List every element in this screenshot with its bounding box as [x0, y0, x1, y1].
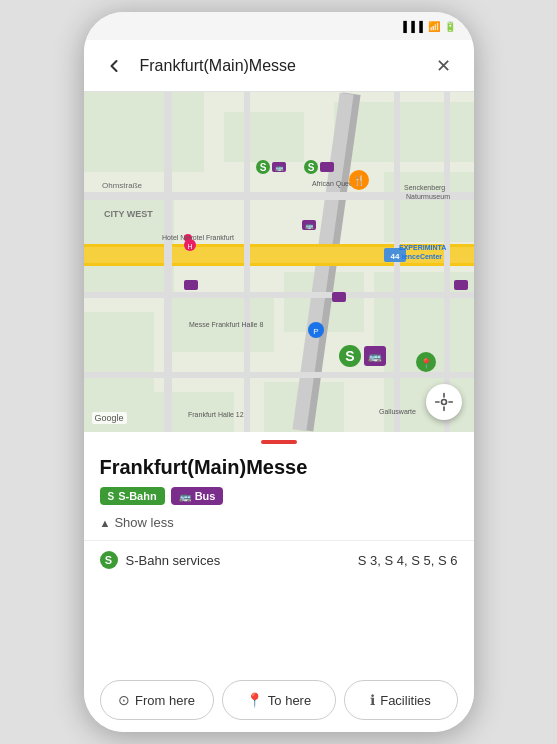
google-logo: Google	[92, 412, 127, 424]
phone-frame: ▐▐▐ 📶 🔋 Frankfurt(Main)Messe ✕	[84, 12, 474, 732]
show-less-label: Show less	[114, 515, 173, 530]
svg-text:S: S	[345, 348, 354, 364]
svg-point-87	[441, 400, 446, 405]
header-title: Frankfurt(Main)Messe	[132, 57, 426, 75]
svg-text:🍴: 🍴	[353, 174, 366, 187]
s-bahn-icon: S	[108, 491, 115, 502]
svg-rect-2	[224, 112, 304, 162]
from-here-button[interactable]: ⊙ From here	[100, 680, 214, 720]
facilities-button[interactable]: ℹ Facilities	[344, 680, 458, 720]
svg-rect-1	[84, 92, 204, 172]
svg-text:Frankfurt Halle 12: Frankfurt Halle 12	[188, 411, 244, 418]
service-left: S S-Bahn services	[100, 551, 221, 569]
from-here-icon: ⊙	[118, 692, 130, 708]
svg-text:Messe Frankfurt Halle 8: Messe Frankfurt Halle 8	[189, 321, 263, 328]
bottom-sheet: Frankfurt(Main)Messe S S-Bahn 🚌 Bus ▲ Sh…	[84, 432, 474, 732]
to-here-label: To here	[268, 693, 311, 708]
svg-rect-65	[332, 292, 346, 302]
back-button[interactable]	[96, 48, 132, 84]
svg-rect-19	[84, 372, 474, 378]
s-service-icon: S	[100, 551, 118, 569]
svg-rect-6	[84, 312, 154, 392]
chevron-up-icon: ▲	[100, 517, 111, 529]
svg-text:🚌: 🚌	[274, 163, 283, 172]
svg-text:Ohmstraße: Ohmstraße	[102, 181, 143, 190]
service-row: S S-Bahn services S 3, S 4, S 5, S 6	[100, 541, 458, 579]
location-button[interactable]	[426, 384, 462, 420]
svg-text:EXPERIMINTA: EXPERIMINTA	[399, 244, 446, 251]
close-button[interactable]: ✕	[426, 48, 462, 84]
transport-badges: S S-Bahn 🚌 Bus	[100, 487, 458, 505]
show-less-button[interactable]: ▲ Show less	[100, 515, 458, 530]
svg-text:Naturmuseum: Naturmuseum	[406, 193, 450, 200]
svg-text:📍: 📍	[420, 357, 433, 370]
svg-text:Hotel Novotel Frankfurt: Hotel Novotel Frankfurt	[162, 234, 234, 241]
svg-rect-61	[320, 162, 334, 172]
svg-text:Senckenberg: Senckenberg	[404, 184, 445, 192]
svg-text:ienceCenter: ienceCenter	[402, 253, 442, 260]
svg-rect-18	[84, 292, 474, 298]
facilities-icon: ℹ	[370, 692, 375, 708]
svg-text:P: P	[313, 327, 318, 336]
status-signal: ▐▐▐ 📶 🔋	[400, 21, 458, 32]
handle-bar	[261, 440, 297, 444]
service-lines: S 3, S 4, S 5, S 6	[358, 553, 458, 568]
svg-text:S: S	[307, 162, 314, 173]
badge-s-bahn: S S-Bahn	[100, 487, 165, 505]
sheet-handle	[84, 432, 474, 448]
map-area[interactable]: 44 Ohmstraße CITY WEST Hotel Novotel Fra…	[84, 92, 474, 432]
badge-bus: 🚌 Bus	[171, 487, 224, 505]
status-bar: ▐▐▐ 📶 🔋	[84, 12, 474, 40]
svg-text:🚌: 🚌	[368, 349, 382, 363]
sheet-content: Frankfurt(Main)Messe S S-Bahn 🚌 Bus ▲ Sh…	[84, 448, 474, 579]
badge-s-label: S-Bahn	[118, 490, 157, 502]
header: Frankfurt(Main)Messe ✕	[84, 40, 474, 92]
svg-text:44: 44	[390, 252, 399, 261]
to-here-button[interactable]: 📍 To here	[222, 680, 336, 720]
svg-text:S: S	[259, 162, 266, 173]
facilities-label: Facilities	[380, 693, 431, 708]
svg-text:H: H	[187, 243, 192, 250]
to-here-icon: 📍	[246, 692, 263, 708]
svg-rect-5	[84, 192, 174, 292]
svg-rect-67	[454, 280, 468, 290]
svg-rect-23	[444, 92, 450, 432]
svg-text:Galluswarte: Galluswarte	[379, 408, 416, 415]
svg-rect-64	[184, 280, 198, 290]
from-here-label: From here	[135, 693, 195, 708]
action-buttons: ⊙ From here 📍 To here ℹ Facilities	[84, 668, 474, 732]
station-name: Frankfurt(Main)Messe	[100, 456, 458, 479]
badge-bus-label: Bus	[195, 490, 216, 502]
bus-icon: 🚌	[179, 491, 191, 502]
svg-rect-21	[244, 92, 250, 432]
svg-rect-20	[164, 92, 172, 432]
service-label: S-Bahn services	[126, 553, 221, 568]
svg-text:CITY WEST: CITY WEST	[104, 209, 153, 219]
svg-text:🚌: 🚌	[304, 221, 313, 230]
